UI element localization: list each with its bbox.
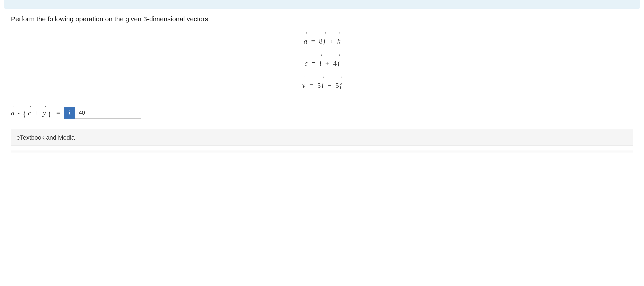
unit-k: k <box>337 31 340 50</box>
vector-c-symbol: c <box>304 54 308 72</box>
plus-sign: + <box>329 37 333 45</box>
expr-vector-a: a <box>11 108 14 117</box>
equals-sign: = <box>312 59 316 67</box>
answer-input[interactable] <box>75 107 141 119</box>
right-paren: ) <box>48 109 50 119</box>
plus-sign: + <box>35 109 39 117</box>
vector-definitions: a = 8j + k c = i + 4j y = 5i − 5j <box>11 31 633 94</box>
next-section-bar <box>11 150 633 153</box>
equals-sign: = <box>56 109 60 117</box>
info-button[interactable]: i <box>64 107 75 119</box>
minus-sign: − <box>328 81 332 89</box>
notification-banner <box>4 0 640 9</box>
vector-a-definition: a = 8j + k <box>11 31 633 50</box>
left-paren: ( <box>23 109 26 119</box>
question-content: Perform the following operation on the g… <box>0 9 644 157</box>
equals-sign: = <box>309 81 313 89</box>
unit-j: j <box>338 54 340 72</box>
vector-a-symbol: a <box>304 31 307 50</box>
answer-input-group: i <box>64 107 141 119</box>
equals-sign: = <box>311 37 315 45</box>
vector-y-symbol: y <box>302 76 305 94</box>
unit-i: i <box>322 76 324 94</box>
vector-c-definition: c = i + 4j <box>11 54 633 72</box>
operation-expression: a · ( c + y ) = <box>11 108 64 118</box>
vector-y-definition: y = 5i − 5j <box>11 76 633 94</box>
expr-vector-c: c <box>28 108 31 117</box>
plus-sign: + <box>325 59 329 67</box>
question-prompt: Perform the following operation on the g… <box>11 15 633 23</box>
etextbook-media-button[interactable]: eTextbook and Media <box>11 130 633 146</box>
answer-row: a · ( c + y ) = i <box>11 107 633 119</box>
unit-j: j <box>323 31 325 50</box>
unit-i: i <box>319 54 321 72</box>
dot-operator: · <box>18 110 20 117</box>
expr-vector-y: y <box>43 108 46 117</box>
unit-j: j <box>340 76 342 94</box>
